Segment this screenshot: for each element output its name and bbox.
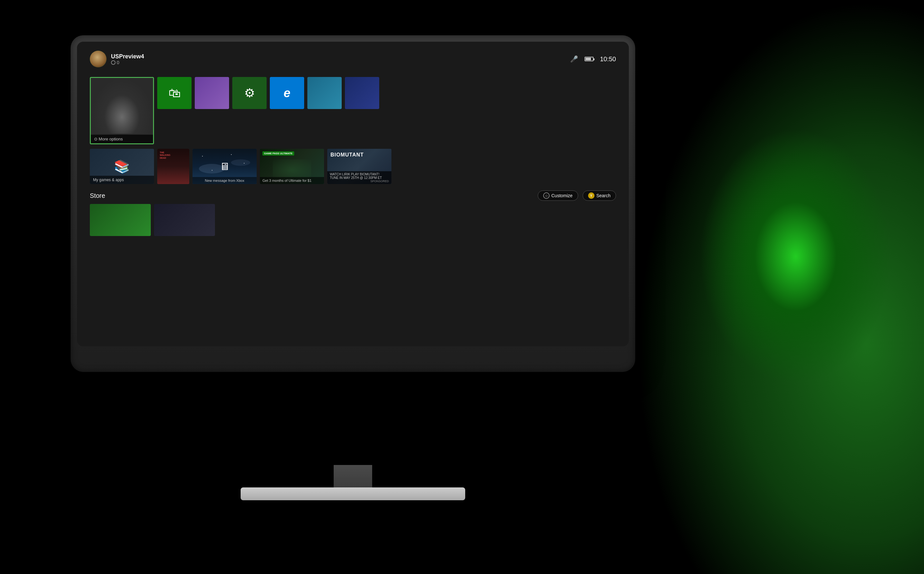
- username-label: USPreview4: [111, 53, 144, 60]
- gamepass-label: Get 3 months of Ultimate for $1: [260, 177, 324, 184]
- tv-neck: [334, 465, 372, 490]
- search-y-icon: Y: [588, 192, 594, 199]
- app-tile-1[interactable]: [195, 77, 229, 109]
- message-icon: 🖥: [220, 161, 230, 172]
- my-games-label: My games & apps: [90, 176, 154, 184]
- customize-icon: ⊙: [543, 192, 550, 199]
- store-tile-2[interactable]: [154, 204, 215, 236]
- gamerscore-display: 0: [111, 60, 144, 65]
- customize-button[interactable]: ⊙ Customize: [538, 191, 578, 201]
- battery-fill: [586, 58, 591, 60]
- new-message-label: New message from Xbox: [193, 177, 257, 184]
- system-time: 10:50: [600, 55, 616, 63]
- store-actions: ⊙ Customize Y Search: [538, 191, 616, 201]
- store-tile[interactable]: 🛍: [157, 77, 191, 109]
- tv-base: [241, 487, 465, 500]
- search-label: Search: [596, 193, 611, 198]
- biomutant-tile[interactable]: BIOMUTANT WATCH LIRIK PLAY BIOMUTANT! TU…: [327, 149, 392, 184]
- star-1: [202, 156, 203, 156]
- store-icon: 🛍: [169, 86, 181, 100]
- more-options-label: ⊙ More options: [91, 135, 153, 144]
- avatar[interactable]: [90, 50, 106, 67]
- edge-icon: e: [284, 86, 291, 100]
- user-info: USPreview4 0: [111, 53, 144, 65]
- settings-tile[interactable]: ⚙: [232, 77, 267, 109]
- tiles-section: ⊙ More options 🛍: [90, 77, 616, 184]
- tv-container: USPreview4 0 🎤: [71, 35, 635, 500]
- mic-icon: 🎤: [570, 55, 578, 63]
- store-header: Store ⊙ Customize Y Search: [90, 191, 616, 201]
- app-tile-3[interactable]: [345, 77, 379, 109]
- walking-dead-art: THEWALKINGDEAD: [157, 149, 189, 184]
- battery-bar: [584, 57, 594, 61]
- more-options-tile[interactable]: ⊙ More options: [90, 77, 154, 144]
- edge-tile[interactable]: e: [270, 77, 304, 109]
- header-left: USPreview4 0: [90, 50, 144, 67]
- app-tile-2[interactable]: [307, 77, 342, 109]
- wd-text: THEWALKINGDEAD: [160, 151, 171, 159]
- search-button[interactable]: Y Search: [583, 191, 616, 201]
- star-4: [231, 154, 232, 155]
- battery-indicator: [584, 57, 594, 61]
- store-tile-1[interactable]: [90, 204, 151, 236]
- library-icon: 📚: [114, 159, 130, 174]
- gamepass-badge: GAME PASS ULTIMATE: [262, 151, 294, 156]
- tiles-row-2: 📚 My games & apps THEWALKINGDEAD: [90, 149, 616, 184]
- sponsored-label: SPONSORED: [330, 180, 389, 183]
- new-message-tile[interactable]: 🖥 New message from Xbox: [193, 149, 257, 184]
- medium-tiles-top-row: 🛍 ⚙ e: [157, 77, 379, 109]
- gamerscore-icon: [111, 60, 115, 65]
- header-right: 🎤 10:50: [570, 55, 616, 63]
- gamepass-tile[interactable]: GAME PASS ULTIMATE Get 3 months of Ultim…: [260, 149, 324, 184]
- gamerscore-value: 0: [117, 60, 119, 65]
- biomutant-label: WATCH LIRIK PLAY BIOMUTANT! TUNE IN MAY …: [327, 171, 392, 184]
- biomutant-title: BIOMUTANT: [330, 152, 364, 158]
- tile-bg: [91, 78, 153, 134]
- store-tiles: [90, 204, 616, 236]
- avatar-face: [90, 50, 106, 67]
- tiles-row-1: ⊙ More options 🛍: [90, 77, 616, 144]
- walking-dead-tile[interactable]: THEWALKINGDEAD: [157, 149, 189, 184]
- store-section: Store ⊙ Customize Y Search: [90, 191, 616, 236]
- background-glow2: [700, 128, 892, 385]
- store-title: Store: [90, 192, 105, 199]
- header: USPreview4 0 🎤: [90, 50, 616, 67]
- settings-icon: ⚙: [244, 86, 255, 100]
- medium-tiles-group: 🛍 ⚙ e: [157, 77, 379, 109]
- customize-label: Customize: [551, 193, 573, 198]
- xbox-ui: USPreview4 0 🎤: [77, 42, 629, 346]
- tv-bezel: USPreview4 0 🎤: [71, 35, 635, 372]
- biomutant-text: WATCH LIRIK PLAY BIOMUTANT! TUNE IN MAY …: [330, 172, 389, 180]
- tv-screen: USPreview4 0 🎤: [77, 42, 629, 346]
- my-games-tile[interactable]: 📚 My games & apps: [90, 149, 154, 184]
